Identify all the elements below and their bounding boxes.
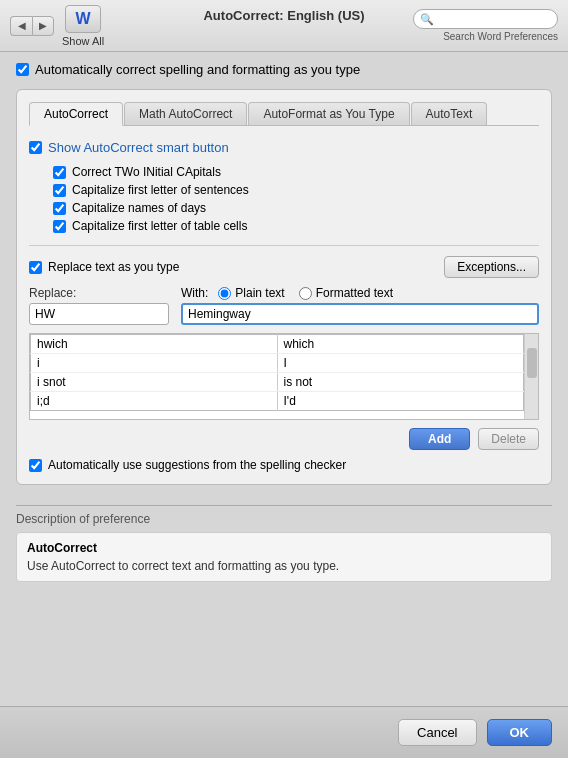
exceptions-button[interactable]: Exceptions... [444, 256, 539, 278]
word-w-letter: W [76, 10, 91, 28]
forward-button[interactable]: ▶ [32, 16, 54, 36]
checkbox-label-2: Capitalize names of days [72, 201, 206, 215]
tab-math[interactable]: Math AutoCorrect [124, 102, 247, 125]
show-all-label: Show All [62, 35, 104, 47]
formatted-text-label: Formatted text [316, 286, 393, 300]
table-row[interactable]: i;d I'd [31, 392, 524, 411]
checkbox-table-cells[interactable] [53, 220, 66, 233]
auto-correct-label: Automatically correct spelling and forma… [35, 62, 360, 77]
scroll-thumb[interactable] [527, 348, 537, 378]
search-input[interactable] [413, 9, 558, 29]
table-row[interactable]: i snot is not [31, 373, 524, 392]
with-input[interactable] [181, 303, 539, 325]
replace-field-group: Replace: [29, 286, 169, 325]
titlebar: ◀ ▶ W Show All AutoCorrect: English (US)… [0, 0, 568, 52]
table-row[interactable]: i I [31, 354, 524, 373]
add-button[interactable]: Add [409, 428, 470, 450]
action-buttons: Add Delete [29, 428, 539, 450]
ok-button[interactable]: OK [487, 719, 553, 746]
word-icon: W [65, 5, 101, 33]
plain-text-radio[interactable] [218, 287, 231, 300]
checkbox-label-3: Capitalize first letter of table cells [72, 219, 247, 233]
checkbox-row-2: Capitalize names of days [53, 201, 539, 215]
auto-suggest-row: Automatically use suggestions from the s… [29, 458, 539, 472]
plain-text-label: Plain text [235, 286, 284, 300]
replace-fields: Replace: With: Plain text [29, 286, 539, 325]
description-title: AutoCorrect [27, 541, 541, 555]
auto-suggest-label: Automatically use suggestions from the s… [48, 458, 346, 472]
table-row[interactable]: hwich which [31, 335, 524, 354]
checkbox-first-sentence[interactable] [53, 184, 66, 197]
nav-buttons: ◀ ▶ [10, 16, 54, 36]
checkbox-row-1: Capitalize first letter of sentences [53, 183, 539, 197]
replace-checkbox-row: Replace text as you type [29, 260, 179, 274]
table-cell-from-1: i [31, 354, 278, 373]
checkbox-label-1: Capitalize first letter of sentences [72, 183, 249, 197]
replace-input[interactable] [29, 303, 169, 325]
window-title: AutoCorrect: English (US) [203, 8, 364, 23]
top-checkbox-row: Automatically correct spelling and forma… [16, 62, 552, 77]
replace-header: Replace text as you type Exceptions... [29, 256, 539, 278]
with-header: With: Plain text Formatted text [181, 286, 539, 300]
replace-checkbox[interactable] [29, 261, 42, 274]
replacement-table-wrap: hwich which i I i snot is not i;d [29, 333, 539, 420]
checkbox-row-0: Correct TWo INitial CApitals [53, 165, 539, 179]
table-cell-to-1: I [277, 354, 524, 373]
auto-correct-checkbox[interactable] [16, 63, 29, 76]
description-text: Use AutoCorrect to correct text and form… [27, 559, 541, 573]
auto-suggest-checkbox[interactable] [29, 459, 42, 472]
description-header: Description of preference [16, 512, 552, 526]
search-wrapper: 🔍 [413, 9, 558, 29]
smart-button-checkbox[interactable] [29, 141, 42, 154]
tabs: AutoCorrect Math AutoCorrect AutoFormat … [29, 102, 539, 126]
with-label: With: [181, 286, 208, 300]
bottom-bar: Cancel OK [0, 706, 568, 758]
checkbox-list: Correct TWo INitial CApitals Capitalize … [53, 165, 539, 233]
delete-button[interactable]: Delete [478, 428, 539, 450]
main-content: Automatically correct spelling and forma… [0, 52, 568, 495]
smart-button-label: Show AutoCorrect smart button [48, 140, 229, 155]
table-cell-from-2: i snot [31, 373, 278, 392]
replacement-table: hwich which i I i snot is not i;d [30, 334, 524, 411]
scrollbar[interactable] [524, 334, 538, 419]
tab-autotext[interactable]: AutoText [411, 102, 488, 125]
checkbox-label-0: Correct TWo INitial CApitals [72, 165, 221, 179]
checkbox-row-3: Capitalize first letter of table cells [53, 219, 539, 233]
checkbox-days[interactable] [53, 202, 66, 215]
search-hint: Search Word Preferences [443, 31, 558, 42]
show-all-button[interactable]: W Show All [62, 5, 104, 47]
replace-label: Replace text as you type [48, 260, 179, 274]
replace-section: Replace text as you type Exceptions... R… [29, 245, 539, 472]
description-section: Description of preference AutoCorrect Us… [16, 505, 552, 582]
table-cell-from-3: i;d [31, 392, 278, 411]
tab-autocorrect[interactable]: AutoCorrect [29, 102, 123, 126]
table-cell-to-0: which [277, 335, 524, 354]
with-field-group: With: Plain text Formatted text [181, 286, 539, 325]
table-cell-to-2: is not [277, 373, 524, 392]
radio-group: Plain text Formatted text [218, 286, 393, 300]
plain-text-radio-label[interactable]: Plain text [218, 286, 284, 300]
checkbox-initial-caps[interactable] [53, 166, 66, 179]
table-cell-from-0: hwich [31, 335, 278, 354]
back-button[interactable]: ◀ [10, 16, 32, 36]
smart-button-row: Show AutoCorrect smart button [29, 140, 539, 155]
replace-field-label: Replace: [29, 286, 169, 300]
panel: AutoCorrect Math AutoCorrect AutoFormat … [16, 89, 552, 485]
table-cell-to-3: I'd [277, 392, 524, 411]
formatted-text-radio-label[interactable]: Formatted text [299, 286, 393, 300]
tab-autoformat[interactable]: AutoFormat as You Type [248, 102, 409, 125]
search-area: 🔍 Search Word Preferences [413, 9, 558, 42]
formatted-text-radio[interactable] [299, 287, 312, 300]
description-box: AutoCorrect Use AutoCorrect to correct t… [16, 532, 552, 582]
cancel-button[interactable]: Cancel [398, 719, 476, 746]
